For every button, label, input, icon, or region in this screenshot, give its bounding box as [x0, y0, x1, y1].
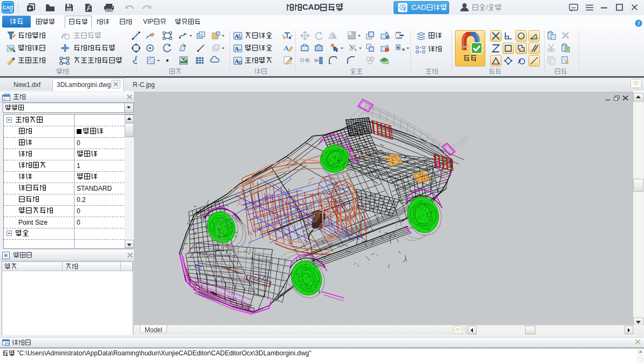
svg-text:"C:\Users\Administrator\AppDat: "C:\Users\Administrator\AppData\Roaming\… — [15, 349, 311, 357]
svg-text:a: a — [397, 45, 399, 50]
svg-text:A: A — [235, 33, 239, 39]
svg-text:A: A — [235, 45, 239, 52]
svg-text:CAD: CAD — [302, 2, 320, 11]
svg-text:CAD: CAD — [399, 6, 407, 9]
svg-text:?: ? — [638, 21, 640, 26]
svg-text:b: b — [402, 47, 405, 52]
svg-text:CAD: CAD — [411, 3, 426, 11]
svg-text:VIP: VIP — [143, 18, 153, 25]
svg-text:/: / — [486, 3, 488, 11]
svg-text:A: A — [235, 58, 239, 64]
